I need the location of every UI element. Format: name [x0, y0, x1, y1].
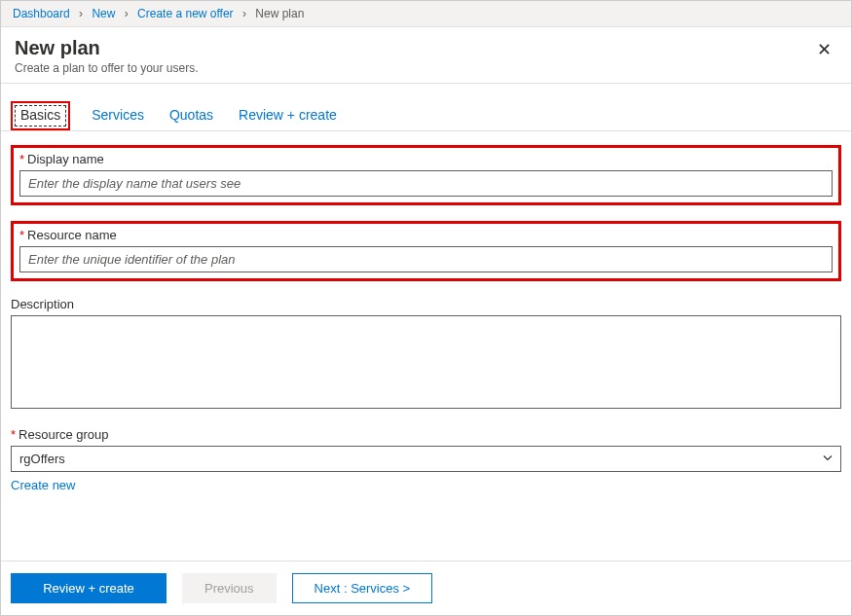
previous-button: Previous [182, 573, 277, 603]
breadcrumb-link-dashboard[interactable]: Dashboard [13, 7, 70, 20]
resource-name-input[interactable] [19, 246, 833, 272]
description-input[interactable] [11, 315, 841, 409]
field-display-name: *Display name [11, 145, 841, 205]
chevron-right-icon: › [79, 7, 83, 20]
breadcrumb-link-new[interactable]: New [92, 7, 115, 20]
page-header: New plan Create a plan to offer to your … [1, 27, 851, 84]
tab-basics[interactable]: Basics [11, 101, 70, 130]
next-button[interactable]: Next : Services > [292, 573, 433, 603]
field-description: Description [11, 297, 841, 412]
page-title: New plan [15, 37, 199, 59]
display-name-label: *Display name [19, 152, 833, 166]
close-icon[interactable]: ✕ [811, 37, 837, 62]
resource-name-label: *Resource name [19, 228, 833, 242]
page-subtitle: Create a plan to offer to your users. [15, 61, 199, 75]
resource-group-select[interactable]: rgOffers [11, 446, 841, 472]
footer-bar: Review + create Previous Next : Services… [1, 561, 851, 615]
description-label: Description [11, 297, 841, 311]
breadcrumb: Dashboard › New › Create a new offer › N… [1, 1, 851, 27]
display-name-input[interactable] [19, 170, 833, 197]
review-create-button[interactable]: Review + create [11, 573, 167, 603]
breadcrumb-link-create-offer[interactable]: Create a new offer [137, 7, 234, 20]
breadcrumb-current: New plan [255, 7, 304, 20]
tabs-bar: Basics Services Quotas Review + create [1, 84, 851, 131]
tab-review-create[interactable]: Review + create [235, 101, 341, 130]
field-resource-name: *Resource name [11, 221, 841, 281]
chevron-right-icon: › [242, 7, 246, 20]
tab-services[interactable]: Services [88, 101, 148, 130]
create-new-link[interactable]: Create new [11, 478, 75, 492]
chevron-right-icon: › [125, 7, 129, 20]
form-area: *Display name *Resource name Description… [1, 131, 851, 561]
tab-quotas[interactable]: Quotas [166, 101, 217, 130]
resource-group-label: *Resource group [11, 427, 841, 442]
field-resource-group: *Resource group rgOffers Create new [11, 427, 841, 492]
